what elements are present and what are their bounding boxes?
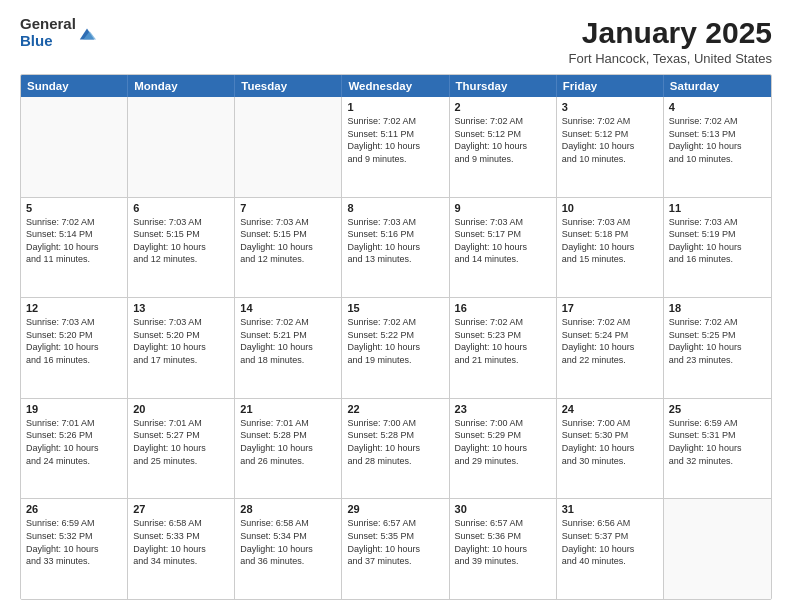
- day-number: 25: [669, 403, 766, 415]
- cell-info: Sunrise: 7:01 AM Sunset: 5:28 PM Dayligh…: [240, 417, 336, 467]
- cell-info: Sunrise: 7:01 AM Sunset: 5:26 PM Dayligh…: [26, 417, 122, 467]
- cell-info: Sunrise: 7:02 AM Sunset: 5:13 PM Dayligh…: [669, 115, 766, 165]
- weekday-header: Saturday: [664, 75, 771, 97]
- day-number: 19: [26, 403, 122, 415]
- calendar-cell: 20Sunrise: 7:01 AM Sunset: 5:27 PM Dayli…: [128, 399, 235, 499]
- calendar-cell: 16Sunrise: 7:02 AM Sunset: 5:23 PM Dayli…: [450, 298, 557, 398]
- calendar-cell: 25Sunrise: 6:59 AM Sunset: 5:31 PM Dayli…: [664, 399, 771, 499]
- calendar-cell: 29Sunrise: 6:57 AM Sunset: 5:35 PM Dayli…: [342, 499, 449, 599]
- calendar-cell: 2Sunrise: 7:02 AM Sunset: 5:12 PM Daylig…: [450, 97, 557, 197]
- day-number: 16: [455, 302, 551, 314]
- day-number: 20: [133, 403, 229, 415]
- cell-info: Sunrise: 7:02 AM Sunset: 5:23 PM Dayligh…: [455, 316, 551, 366]
- header: General Blue January 2025 Fort Hancock, …: [20, 16, 772, 66]
- day-number: 29: [347, 503, 443, 515]
- day-number: 3: [562, 101, 658, 113]
- cell-info: Sunrise: 6:57 AM Sunset: 5:35 PM Dayligh…: [347, 517, 443, 567]
- day-number: 30: [455, 503, 551, 515]
- calendar-cell: 4Sunrise: 7:02 AM Sunset: 5:13 PM Daylig…: [664, 97, 771, 197]
- cell-info: Sunrise: 7:03 AM Sunset: 5:20 PM Dayligh…: [26, 316, 122, 366]
- calendar-cell: 5Sunrise: 7:02 AM Sunset: 5:14 PM Daylig…: [21, 198, 128, 298]
- weekday-header: Monday: [128, 75, 235, 97]
- weekday-header: Sunday: [21, 75, 128, 97]
- day-number: 28: [240, 503, 336, 515]
- cell-info: Sunrise: 6:58 AM Sunset: 5:33 PM Dayligh…: [133, 517, 229, 567]
- cell-info: Sunrise: 7:03 AM Sunset: 5:15 PM Dayligh…: [133, 216, 229, 266]
- day-number: 11: [669, 202, 766, 214]
- cell-info: Sunrise: 7:03 AM Sunset: 5:20 PM Dayligh…: [133, 316, 229, 366]
- calendar-body: 1Sunrise: 7:02 AM Sunset: 5:11 PM Daylig…: [21, 97, 771, 599]
- calendar-cell: [664, 499, 771, 599]
- logo-icon: [78, 25, 96, 43]
- day-number: 22: [347, 403, 443, 415]
- day-number: 23: [455, 403, 551, 415]
- day-number: 31: [562, 503, 658, 515]
- day-number: 4: [669, 101, 766, 113]
- day-number: 17: [562, 302, 658, 314]
- calendar-cell: 6Sunrise: 7:03 AM Sunset: 5:15 PM Daylig…: [128, 198, 235, 298]
- logo-general-text: General: [20, 16, 76, 33]
- calendar-cell: 3Sunrise: 7:02 AM Sunset: 5:12 PM Daylig…: [557, 97, 664, 197]
- calendar-cell: 18Sunrise: 7:02 AM Sunset: 5:25 PM Dayli…: [664, 298, 771, 398]
- cell-info: Sunrise: 7:02 AM Sunset: 5:22 PM Dayligh…: [347, 316, 443, 366]
- calendar-cell: 23Sunrise: 7:00 AM Sunset: 5:29 PM Dayli…: [450, 399, 557, 499]
- calendar-cell: 8Sunrise: 7:03 AM Sunset: 5:16 PM Daylig…: [342, 198, 449, 298]
- month-title: January 2025: [568, 16, 772, 49]
- cell-info: Sunrise: 7:03 AM Sunset: 5:18 PM Dayligh…: [562, 216, 658, 266]
- cell-info: Sunrise: 7:01 AM Sunset: 5:27 PM Dayligh…: [133, 417, 229, 467]
- day-number: 21: [240, 403, 336, 415]
- calendar-cell: 27Sunrise: 6:58 AM Sunset: 5:33 PM Dayli…: [128, 499, 235, 599]
- calendar-cell: [21, 97, 128, 197]
- calendar-cell: 22Sunrise: 7:00 AM Sunset: 5:28 PM Dayli…: [342, 399, 449, 499]
- calendar-cell: 10Sunrise: 7:03 AM Sunset: 5:18 PM Dayli…: [557, 198, 664, 298]
- cell-info: Sunrise: 7:03 AM Sunset: 5:16 PM Dayligh…: [347, 216, 443, 266]
- calendar-row: 1Sunrise: 7:02 AM Sunset: 5:11 PM Daylig…: [21, 97, 771, 198]
- cell-info: Sunrise: 7:02 AM Sunset: 5:25 PM Dayligh…: [669, 316, 766, 366]
- day-number: 18: [669, 302, 766, 314]
- calendar-row: 26Sunrise: 6:59 AM Sunset: 5:32 PM Dayli…: [21, 499, 771, 599]
- cell-info: Sunrise: 7:00 AM Sunset: 5:30 PM Dayligh…: [562, 417, 658, 467]
- calendar-cell: 21Sunrise: 7:01 AM Sunset: 5:28 PM Dayli…: [235, 399, 342, 499]
- calendar-cell: 13Sunrise: 7:03 AM Sunset: 5:20 PM Dayli…: [128, 298, 235, 398]
- cell-info: Sunrise: 6:56 AM Sunset: 5:37 PM Dayligh…: [562, 517, 658, 567]
- cell-info: Sunrise: 7:03 AM Sunset: 5:17 PM Dayligh…: [455, 216, 551, 266]
- cell-info: Sunrise: 7:02 AM Sunset: 5:12 PM Dayligh…: [455, 115, 551, 165]
- cell-info: Sunrise: 6:59 AM Sunset: 5:32 PM Dayligh…: [26, 517, 122, 567]
- calendar-cell: 7Sunrise: 7:03 AM Sunset: 5:15 PM Daylig…: [235, 198, 342, 298]
- logo-blue-text: Blue: [20, 33, 76, 50]
- day-number: 15: [347, 302, 443, 314]
- cell-info: Sunrise: 6:57 AM Sunset: 5:36 PM Dayligh…: [455, 517, 551, 567]
- cell-info: Sunrise: 6:59 AM Sunset: 5:31 PM Dayligh…: [669, 417, 766, 467]
- cell-info: Sunrise: 6:58 AM Sunset: 5:34 PM Dayligh…: [240, 517, 336, 567]
- calendar-cell: 12Sunrise: 7:03 AM Sunset: 5:20 PM Dayli…: [21, 298, 128, 398]
- day-number: 13: [133, 302, 229, 314]
- weekday-header: Wednesday: [342, 75, 449, 97]
- day-number: 2: [455, 101, 551, 113]
- day-number: 9: [455, 202, 551, 214]
- location: Fort Hancock, Texas, United States: [568, 51, 772, 66]
- calendar: SundayMondayTuesdayWednesdayThursdayFrid…: [20, 74, 772, 600]
- calendar-row: 12Sunrise: 7:03 AM Sunset: 5:20 PM Dayli…: [21, 298, 771, 399]
- day-number: 8: [347, 202, 443, 214]
- weekday-header: Tuesday: [235, 75, 342, 97]
- day-number: 5: [26, 202, 122, 214]
- day-number: 12: [26, 302, 122, 314]
- calendar-cell: 9Sunrise: 7:03 AM Sunset: 5:17 PM Daylig…: [450, 198, 557, 298]
- cell-info: Sunrise: 7:02 AM Sunset: 5:21 PM Dayligh…: [240, 316, 336, 366]
- calendar-cell: 14Sunrise: 7:02 AM Sunset: 5:21 PM Dayli…: [235, 298, 342, 398]
- calendar-row: 19Sunrise: 7:01 AM Sunset: 5:26 PM Dayli…: [21, 399, 771, 500]
- day-number: 10: [562, 202, 658, 214]
- calendar-cell: 26Sunrise: 6:59 AM Sunset: 5:32 PM Dayli…: [21, 499, 128, 599]
- calendar-cell: 19Sunrise: 7:01 AM Sunset: 5:26 PM Dayli…: [21, 399, 128, 499]
- cell-info: Sunrise: 7:03 AM Sunset: 5:15 PM Dayligh…: [240, 216, 336, 266]
- cell-info: Sunrise: 7:00 AM Sunset: 5:29 PM Dayligh…: [455, 417, 551, 467]
- calendar-header: SundayMondayTuesdayWednesdayThursdayFrid…: [21, 75, 771, 97]
- day-number: 27: [133, 503, 229, 515]
- page: General Blue January 2025 Fort Hancock, …: [0, 0, 792, 612]
- calendar-cell: 31Sunrise: 6:56 AM Sunset: 5:37 PM Dayli…: [557, 499, 664, 599]
- cell-info: Sunrise: 7:02 AM Sunset: 5:11 PM Dayligh…: [347, 115, 443, 165]
- day-number: 1: [347, 101, 443, 113]
- calendar-row: 5Sunrise: 7:02 AM Sunset: 5:14 PM Daylig…: [21, 198, 771, 299]
- logo: General Blue: [20, 16, 96, 49]
- day-number: 26: [26, 503, 122, 515]
